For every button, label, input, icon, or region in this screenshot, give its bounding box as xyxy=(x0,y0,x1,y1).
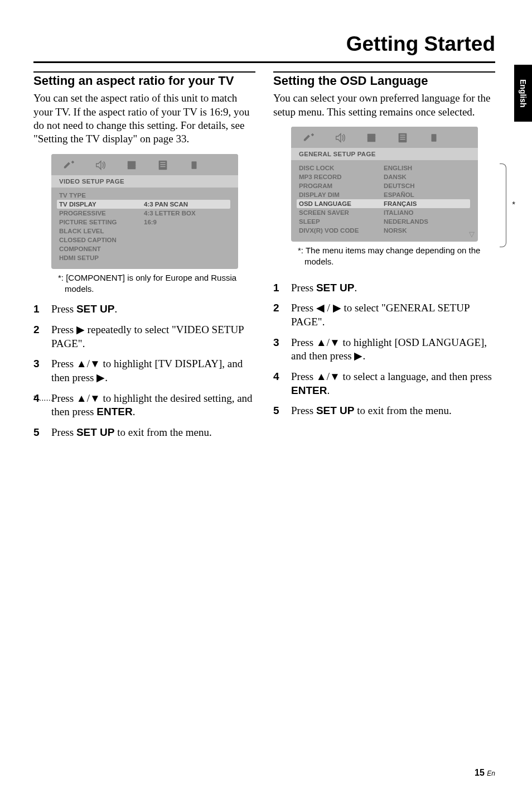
menu-value: 16:9 xyxy=(144,219,157,225)
menu-value: 4:3 LETTER BOX xyxy=(144,210,196,217)
down-arrow-icon: ▽ xyxy=(469,230,475,238)
section-heading-left: Setting an aspect ratio for your TV xyxy=(33,74,257,88)
menu-value: ENGLISH xyxy=(384,165,412,171)
svg-rect-23 xyxy=(399,133,407,143)
svg-rect-9 xyxy=(159,160,167,170)
menu-row: COMPONENT xyxy=(59,244,230,253)
section-rule xyxy=(273,71,495,73)
menu-label: TV TYPE xyxy=(59,192,144,199)
page-number: 15 En xyxy=(475,768,495,778)
step: 4 Press ▲/▼ to select a language, and th… xyxy=(273,370,496,397)
menu-label: PROGRESSIVE xyxy=(59,210,144,217)
step: 4 Press ▲/▼ to highlight the desired set… xyxy=(33,392,257,419)
menu-row: TV DISPLAY4:3 PAN SCAN xyxy=(57,200,230,209)
film-icon xyxy=(124,158,139,172)
menu-label: MP3 RECORD xyxy=(299,174,384,180)
svg-rect-5 xyxy=(136,161,137,162)
menu-row: DISC LOCKENGLISH xyxy=(299,164,470,172)
menu-row: PROGRAMDEUTSCH xyxy=(299,181,470,190)
film-icon xyxy=(364,131,379,145)
step: 3 Press ▲/▼ to highlight [OSD LANGUAGE],… xyxy=(273,336,496,363)
menu-tab-icons xyxy=(51,154,238,175)
menu-row: DISPLAY DIMESPAÑOL xyxy=(299,190,470,199)
menu-items: TV TYPE TV DISPLAY4:3 PAN SCAN PROGRESSI… xyxy=(51,188,238,269)
svg-rect-2 xyxy=(127,164,128,165)
menu-value: NORSK xyxy=(384,227,407,234)
step-text: Press ▲/▼ to highlight [OSD LANGUAGE], a… xyxy=(291,336,496,363)
right-column: Setting the OSD Language You can select … xyxy=(273,71,496,425)
step: 5 Press SET UP to exit from the menu. xyxy=(273,404,496,418)
svg-rect-21 xyxy=(375,138,376,140)
svg-rect-15 xyxy=(366,134,367,136)
section-heading-right: Setting the OSD Language xyxy=(273,74,496,88)
svg-rect-8 xyxy=(136,167,137,169)
speaker-icon xyxy=(93,158,108,172)
footnote-marker: *....... xyxy=(33,393,53,402)
step: 1 Press SET UP. xyxy=(273,281,496,295)
footnote-left: *: [COMPONENT] is only for Europe and Ru… xyxy=(65,272,257,295)
svg-rect-4 xyxy=(127,167,128,169)
svg-rect-27 xyxy=(432,134,437,142)
language-tab: English xyxy=(514,65,532,122)
menu-value: ITALIANO xyxy=(384,209,413,216)
svg-rect-18 xyxy=(366,141,367,142)
menu-label: TV DISPLAY xyxy=(59,201,144,208)
menu-items: DISC LOCKENGLISH MP3 RECORDDANSK PROGRAM… xyxy=(291,160,478,242)
menu-label: DIVX(R) VOD CODE xyxy=(299,227,384,234)
step-text: Press SET UP. xyxy=(291,281,496,295)
rect-icon xyxy=(426,131,442,145)
svg-rect-7 xyxy=(136,166,137,167)
footnote-right: *: The menu items may change depending o… xyxy=(304,245,496,268)
menu-row: MP3 RECORDDANSK xyxy=(299,172,470,181)
menu-value: DANSK xyxy=(384,174,407,180)
list-icon xyxy=(155,158,171,172)
svg-rect-1 xyxy=(127,161,128,162)
step-number: 1 xyxy=(33,302,46,316)
step: 2 Press ◀ / ▶ to select "GENERAL SETUP P… xyxy=(273,301,496,329)
menu-label: DISPLAY DIM xyxy=(299,191,384,198)
step-text: Press SET UP. xyxy=(51,302,257,316)
menu-row: PICTURE SETTING16:9 xyxy=(59,218,230,227)
menu-tab-icons xyxy=(291,127,478,148)
svg-rect-22 xyxy=(375,141,376,142)
svg-rect-25 xyxy=(400,137,405,137)
menu-row: HDMI SETUP xyxy=(59,253,230,262)
menu-label: PICTURE SETTING xyxy=(59,219,144,225)
general-setup-menu: GENERAL SETUP PAGE DISC LOCKENGLISH MP3 … xyxy=(291,127,478,242)
section-body-left: You can set the aspect ratio of this uni… xyxy=(33,92,257,146)
step-number: 5 xyxy=(33,426,46,440)
menu-row: TV TYPE xyxy=(59,191,230,200)
menu-title: VIDEO SETUP PAGE xyxy=(51,175,238,188)
menu-row: CLOSED CAPTION xyxy=(59,235,230,244)
speaker-icon xyxy=(332,131,348,145)
menu-row: DIVX(R) VOD CODENORSK xyxy=(299,226,470,235)
wrench-icon xyxy=(61,158,77,172)
step-text: Press ◀ / ▶ to select "GENERAL SETUP PAG… xyxy=(291,301,496,329)
menu-value: ESPAÑOL xyxy=(384,191,414,198)
step-number: 3 xyxy=(273,336,286,363)
svg-rect-12 xyxy=(160,166,165,166)
menu-row: BLACK LEVEL xyxy=(59,227,230,235)
svg-rect-20 xyxy=(375,136,376,137)
menu-value: DEUTSCH xyxy=(384,182,415,189)
menu-label: OSD LANGUAGE xyxy=(299,200,384,207)
svg-rect-17 xyxy=(366,138,367,140)
list-icon xyxy=(395,131,410,145)
svg-rect-6 xyxy=(136,164,137,165)
svg-rect-11 xyxy=(160,164,165,165)
steps-right: 1 Press SET UP. 2 Press ◀ / ▶ to select … xyxy=(273,281,496,419)
step-text: Press SET UP to exit from the menu. xyxy=(51,426,257,440)
svg-rect-13 xyxy=(192,161,197,169)
section-body-right: You can select your own preferred langua… xyxy=(273,92,496,119)
menu-label: SLEEP xyxy=(299,218,384,225)
step-number: 3 xyxy=(33,357,46,384)
menu-label: PROGRAM xyxy=(299,182,384,189)
menu-label: HDMI SETUP xyxy=(59,254,144,261)
step-text: Press ▲/▼ to select a language, and then… xyxy=(291,370,496,397)
menu-row: SLEEPNEDERLANDS xyxy=(299,217,470,226)
svg-rect-10 xyxy=(160,162,165,162)
steps-left: 1 Press SET UP. 2 Press ▶ repeatedly to … xyxy=(33,302,257,440)
step-text: Press ▲/▼ to highlight the desired setti… xyxy=(51,392,257,419)
footnote-marker: * xyxy=(512,199,515,209)
svg-rect-14 xyxy=(367,134,376,142)
